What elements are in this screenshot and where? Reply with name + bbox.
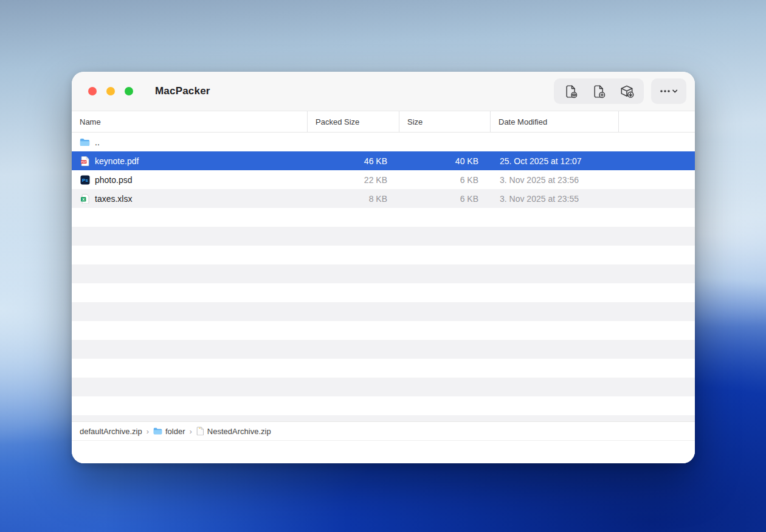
- breadcrumb-label: NestedArchive.zip: [207, 427, 271, 436]
- packed-size-cell: 46 KB: [308, 156, 399, 166]
- column-header-packed-size[interactable]: Packed Size: [308, 111, 399, 132]
- file-name: ..: [95, 137, 100, 147]
- column-header-name[interactable]: Name: [72, 111, 308, 132]
- macpacker-window: MacPacker: [72, 72, 695, 463]
- file-name: taxes.xlsx: [95, 194, 132, 204]
- desktop-wallpaper: MacPacker: [0, 0, 766, 532]
- column-header-filler: [619, 111, 695, 132]
- svg-text:X: X: [82, 197, 85, 201]
- table-row[interactable]: Xtaxes.xlsx8 KB6 KB3. Nov 2025 at 23:55: [72, 189, 695, 208]
- file-name: photo.psd: [95, 175, 133, 185]
- table-row[interactable]: ..: [72, 133, 695, 151]
- ellipsis-chevron-icon: [658, 85, 679, 97]
- svg-text:Ps: Ps: [82, 178, 88, 183]
- breadcrumb-item[interactable]: folder: [153, 427, 185, 436]
- column-header-date-modified[interactable]: Date Modified: [491, 111, 619, 132]
- file-name-cell: PDFkeynote.pdf: [72, 156, 308, 166]
- window-title: MacPacker: [155, 85, 210, 97]
- pdf-icon: PDF: [80, 156, 90, 166]
- breadcrumb-label: folder: [165, 427, 185, 436]
- close-button[interactable]: [88, 87, 97, 95]
- table-row[interactable]: Psphoto.psd22 KB6 KB3. Nov 2025 at 23:56: [72, 170, 695, 189]
- more-options-button[interactable]: [651, 78, 686, 104]
- file-name: keynote.pdf: [95, 156, 139, 166]
- date-modified-cell: 3. Nov 2025 at 23:56: [491, 175, 619, 185]
- breadcrumb-label: defaultArchive.zip: [80, 427, 142, 436]
- document-add-icon: [592, 84, 607, 99]
- size-cell: 6 KB: [399, 175, 491, 185]
- titlebar: MacPacker: [72, 72, 695, 111]
- window-bottom-padding: [72, 441, 695, 463]
- extract-archive-button[interactable]: [613, 80, 640, 103]
- add-file-button[interactable]: [585, 80, 612, 103]
- breadcrumb-item[interactable]: NestedArchive.zip: [196, 427, 271, 436]
- date-modified-cell: 3. Nov 2025 at 23:55: [491, 194, 619, 204]
- column-header-size[interactable]: Size: [399, 111, 491, 132]
- folder-icon: [80, 137, 90, 147]
- folder-icon: [153, 427, 162, 435]
- preview-file-button[interactable]: [557, 80, 584, 103]
- breadcrumb: defaultArchive.zip›folder›NestedArchive.…: [72, 421, 695, 441]
- breadcrumb-item[interactable]: defaultArchive.zip: [80, 427, 142, 436]
- table-header: Name Packed Size Size Date Modified: [72, 111, 695, 133]
- breadcrumb-separator: ›: [190, 427, 192, 436]
- zoom-button[interactable]: [125, 87, 133, 95]
- file-icon: [196, 427, 204, 435]
- file-name-cell: Xtaxes.xlsx: [72, 193, 308, 204]
- size-cell: 6 KB: [399, 194, 491, 204]
- traffic-lights: [88, 87, 133, 95]
- xlsx-icon: X: [80, 193, 90, 204]
- document-preview-icon: [564, 84, 579, 99]
- packed-size-cell: 22 KB: [308, 175, 399, 185]
- date-modified-cell: 25. Oct 2025 at 12:07: [491, 156, 619, 166]
- table-row[interactable]: PDFkeynote.pdf46 KB40 KB25. Oct 2025 at …: [72, 151, 695, 170]
- psd-icon: Ps: [80, 174, 90, 185]
- package-extract-icon: [619, 83, 635, 99]
- minimize-button[interactable]: [106, 87, 115, 95]
- file-name-cell: ..: [72, 137, 308, 147]
- svg-text:PDF: PDF: [81, 160, 86, 163]
- breadcrumb-separator: ›: [147, 427, 149, 436]
- toolbar-button-group: [554, 78, 644, 104]
- packed-size-cell: 8 KB: [308, 194, 399, 204]
- file-name-cell: Psphoto.psd: [72, 174, 308, 185]
- size-cell: 40 KB: [399, 156, 491, 166]
- file-list[interactable]: ..PDFkeynote.pdf46 KB40 KB25. Oct 2025 a…: [72, 133, 695, 421]
